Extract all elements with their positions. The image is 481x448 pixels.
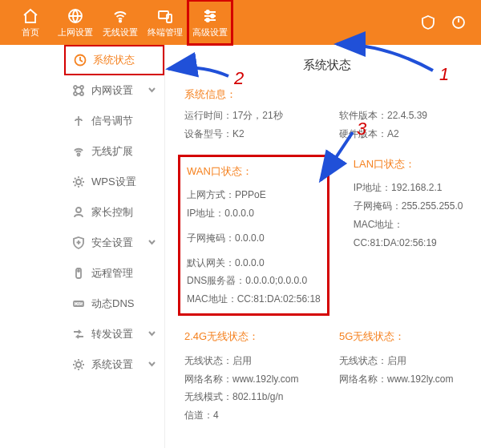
hwver-label: 硬件版本 (339, 128, 387, 139)
hwver-value: A2 (387, 128, 399, 139)
sidebar-item-label: 系统状态 (93, 53, 135, 67)
w24-ch-label: 信道 (184, 410, 213, 421)
person-icon (72, 206, 85, 219)
svg-point-11 (74, 92, 77, 95)
sidebar-item-wifi-ext[interactable]: 无线扩展 (64, 136, 164, 167)
sidebar-item-label: 安全设置 (91, 236, 133, 250)
model-value: K2 (232, 128, 245, 139)
nav-advanced[interactable]: 高级设置 (188, 0, 232, 45)
section-head: 系统信息： (184, 87, 470, 102)
wan-mask-value: 0.0.0.0 (235, 232, 265, 244)
chevron-down-icon (148, 360, 156, 369)
sidebar-item-status[interactable]: 系统状态 (64, 45, 164, 75)
remote-icon (72, 267, 85, 280)
shield-plus-icon (72, 236, 85, 249)
svg-point-12 (80, 92, 83, 95)
wifi-icon (111, 7, 129, 25)
nav-right-icons (420, 0, 473, 45)
w24-mode-value: 802.11b/g/n (232, 391, 283, 402)
sidebar-item-remote[interactable]: 远程管理 (64, 258, 164, 289)
lan-mask-value: 255.255.255.0 (402, 200, 463, 212)
sidebar-item-parental[interactable]: 家长控制 (64, 197, 164, 228)
w5-ssid-value: www.192ly.com (387, 373, 453, 385)
section-head: 5G无线状态： (339, 327, 470, 347)
model-label: 设备型号 (184, 128, 232, 139)
wan-gw-label: 默认网关 (187, 257, 235, 268)
wan-dns-label: DNS服务器 (187, 275, 245, 286)
wan-ip-label: IP地址 (187, 208, 224, 219)
svg-point-15 (76, 208, 81, 212)
w24-state-value: 启用 (232, 355, 252, 366)
swver-value: 22.4.5.39 (387, 110, 427, 121)
nav-internet[interactable]: 上网设置 (53, 0, 98, 45)
sidebar-item-label: 转发设置 (91, 327, 133, 341)
sidebar-item-label: 家长控制 (91, 205, 133, 220)
w24-ssid-value: www.192ly.com (232, 373, 298, 385)
svg-point-5 (211, 14, 214, 18)
sidebar-item-label: 动态DNS (91, 297, 134, 311)
nav-label: 上网设置 (58, 26, 93, 38)
w5-state-value: 启用 (387, 355, 406, 366)
svg-point-13 (78, 154, 80, 156)
nav-label: 无线设置 (103, 26, 138, 38)
w24-ch-value: 4 (213, 410, 219, 421)
wan-ip-value: 0.0.0.0 (224, 208, 254, 219)
sidebar-item-label: 系统设置 (91, 357, 133, 372)
chevron-down-icon (148, 329, 156, 338)
devices-icon (156, 7, 174, 25)
nav-wireless[interactable]: 无线设置 (98, 0, 143, 45)
chevron-down-icon (148, 86, 156, 95)
globe-icon (67, 7, 84, 25)
main-panel: 系统状态 系统信息： 运行时间17分，21秒 设备型号K2 软件版本22.4.5… (165, 45, 481, 448)
sidebar-item-signal[interactable]: 信号调节 (64, 106, 164, 136)
power-icon[interactable] (451, 14, 467, 30)
runtime-label: 运行时间 (184, 110, 232, 121)
wan-dns-value: 0.0.0.0;0.0.0.0 (245, 275, 307, 286)
sidebar-item-system[interactable]: 系统设置 (64, 349, 164, 380)
forward-icon (72, 328, 85, 341)
svg-point-9 (74, 86, 77, 89)
lan-mac-value: CC:81:DA:02:56:19 (354, 237, 437, 248)
nav-label: 首页 (22, 26, 39, 38)
wan-gw-value: 0.0.0.0 (235, 257, 265, 268)
svg-text:DNS: DNS (75, 302, 83, 306)
sidebar-item-ddns[interactable]: DNS 动态DNS (64, 289, 164, 319)
section-sysinfo: 系统信息： 运行时间17分，21秒 设备型号K2 软件版本22.4.5.39 硬… (184, 87, 470, 143)
wan-mac-value: CC:81:DA:02:56:18 (237, 293, 321, 305)
nav-home[interactable]: 首页 (8, 0, 53, 45)
sidebar-item-security[interactable]: 安全设置 (64, 228, 164, 258)
broadcast-icon (72, 145, 85, 158)
w5-ssid-label: 网络名称 (339, 373, 387, 385)
chevron-down-icon (148, 238, 156, 247)
svg-point-17 (78, 270, 79, 272)
nav-label: 高级设置 (192, 26, 228, 38)
sliders-icon (201, 7, 219, 25)
wan-status-box: WAN口状态： 上网方式PPPoE IP地址0.0.0.0 子网掩码0.0.0.… (178, 155, 329, 316)
w5-state-label: 无线状态 (339, 355, 387, 366)
sidebar-item-lan[interactable]: 内网设置 (64, 75, 164, 106)
nav-label: 终端管理 (148, 26, 183, 38)
home-icon (22, 7, 39, 25)
lan-mask-label: 子网掩码 (354, 200, 402, 212)
sidebar-item-forward[interactable]: 转发设置 (64, 319, 164, 349)
swver-label: 软件版本 (339, 110, 387, 121)
svg-rect-3 (167, 14, 172, 22)
clock-icon (74, 54, 87, 67)
section-head: 2.4G无线状态： (184, 327, 315, 347)
sidebar-item-label: 无线扩展 (91, 144, 133, 159)
svg-point-1 (119, 20, 121, 22)
signal-icon (72, 115, 85, 127)
wan-mask-label: 子网掩码 (187, 232, 235, 244)
section-head: LAN口状态： (354, 155, 470, 175)
sidebar-item-label: 内网设置 (91, 83, 133, 98)
nav-clients[interactable]: 终端管理 (143, 0, 188, 45)
svg-point-4 (206, 10, 209, 14)
lan-mac-label: MAC地址 (354, 219, 404, 230)
sidebar-item-label: 远程管理 (91, 266, 133, 281)
sidebar-item-wps[interactable]: WPS设置 (64, 167, 164, 197)
network-icon (72, 84, 85, 97)
runtime-value: 17分，21秒 (232, 110, 283, 121)
svg-point-14 (76, 180, 81, 184)
shield-icon[interactable] (420, 14, 436, 30)
sidebar: 系统状态 内网设置 信号调节 无线扩展 WPS设置 家长控制 安全设置 (64, 45, 165, 448)
